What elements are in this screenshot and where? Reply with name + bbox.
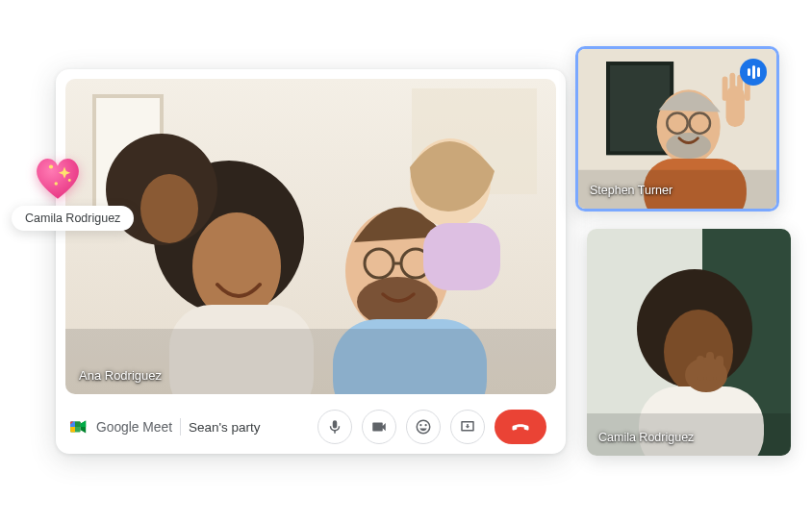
present-button[interactable] — [450, 410, 485, 444]
meeting-bottom-bar: Google Meet Sean's party — [56, 400, 566, 454]
participant-name-label: Stephen Turner — [590, 184, 672, 197]
svg-rect-36 — [697, 356, 704, 381]
google-meet-logo-icon — [69, 419, 89, 435]
svg-point-40 — [49, 164, 53, 168]
meeting-title-label: Sean's party — [189, 420, 261, 435]
participant-video-placeholder — [587, 229, 791, 456]
svg-rect-37 — [706, 352, 714, 381]
call-controls — [317, 410, 552, 444]
svg-point-7 — [140, 174, 198, 243]
main-video-tile[interactable]: Ana Rodriguez — [65, 79, 556, 394]
reaction-sender-chip: Camila Rodriguez — [12, 206, 134, 231]
svg-rect-27 — [729, 73, 735, 101]
mic-button[interactable] — [317, 410, 352, 444]
speaking-indicator-icon — [740, 59, 767, 86]
participant-name-label: Ana Rodriguez — [79, 368, 162, 383]
brand-name-label: Google Meet — [96, 420, 172, 435]
participant-tile-stephen[interactable]: Stephen Turner — [575, 46, 779, 212]
camera-icon — [370, 418, 388, 436]
hangup-icon — [510, 416, 531, 437]
svg-rect-15 — [423, 223, 500, 290]
microphone-icon — [326, 418, 343, 436]
svg-rect-38 — [716, 356, 723, 381]
brand-divider — [180, 418, 181, 436]
present-screen-icon — [459, 418, 476, 436]
hangup-button[interactable] — [495, 410, 546, 444]
svg-point-21 — [666, 133, 711, 159]
meet-window: Ana Rodriguez Google Meet Sean's party — [56, 69, 566, 454]
svg-point-4 — [192, 212, 281, 320]
brand-block: Google Meet Sean's party — [69, 418, 261, 436]
svg-rect-26 — [723, 77, 728, 101]
main-video-placeholder — [65, 79, 556, 394]
reactions-button[interactable] — [406, 410, 441, 444]
emoji-icon — [415, 418, 432, 436]
camera-button[interactable] — [362, 410, 396, 444]
svg-point-41 — [55, 182, 59, 186]
participant-name-label: Camila Rodriguez — [598, 431, 694, 444]
svg-rect-16 — [65, 329, 556, 394]
participant-tile-camila[interactable]: Camila Rodriguez — [587, 229, 791, 456]
sparkle-heart-icon — [31, 150, 85, 204]
svg-point-42 — [68, 179, 71, 182]
